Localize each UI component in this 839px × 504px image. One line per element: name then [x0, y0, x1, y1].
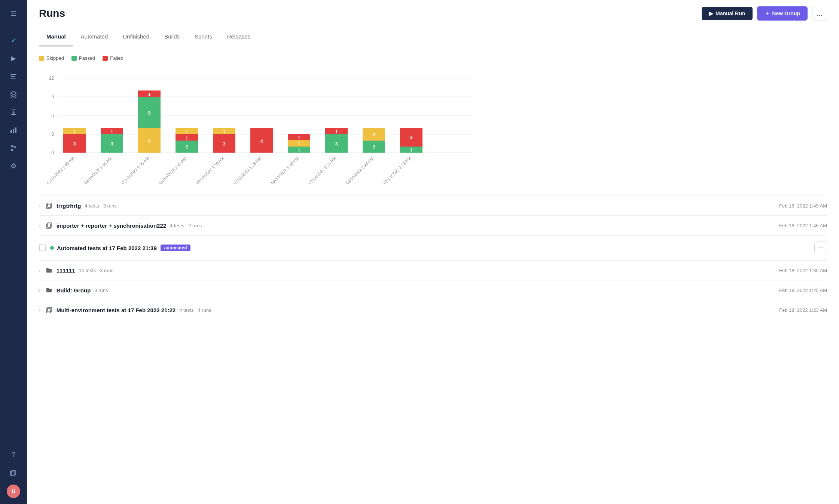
sidebar-icon-list[interactable] [6, 69, 21, 84]
bar-chart: 0 3 6 9 12 3 1 3 1 4 [39, 67, 827, 187]
tab-unfinished[interactable]: Unfinished [115, 27, 157, 46]
status-dot [50, 246, 54, 250]
list-item[interactable]: › trrgtrhrtg 4 tests 3 runs Feb 18, 2022… [39, 196, 827, 215]
legend-skipped-label: Skipped [46, 55, 64, 61]
svg-text:1: 1 [186, 129, 188, 134]
svg-text:3: 3 [110, 141, 113, 147]
more-button[interactable]: ... [812, 6, 827, 21]
tab-releases[interactable]: Releases [220, 27, 258, 46]
svg-text:1: 1 [298, 141, 300, 146]
svg-text:02/18/2022 1:35 AM: 02/18/2022 1:35 AM [120, 156, 150, 185]
chevron-icon[interactable]: › [39, 267, 41, 273]
avatar[interactable]: U [7, 485, 20, 498]
new-group-button[interactable]: ＋ New Group [757, 6, 808, 21]
add-icon: ＋ [765, 10, 770, 17]
svg-text:5: 5 [148, 110, 150, 116]
svg-text:6: 6 [51, 113, 54, 118]
svg-text:4: 4 [148, 138, 151, 144]
tab-manual[interactable]: Manual [39, 27, 73, 46]
tab-bar: Manual Automated Unfinished Builds Sprin… [27, 27, 839, 46]
svg-text:2: 2 [372, 132, 375, 137]
item-date: Feb 18, 2022 1:35 AM [779, 268, 827, 273]
svg-rect-59 [46, 224, 51, 228]
svg-text:3: 3 [73, 141, 76, 147]
list-item[interactable]: › importer + reporter + synchronisation2… [39, 215, 827, 235]
list-item[interactable]: › Multi-environment tests at 17 Feb 2022… [39, 300, 827, 320]
svg-text:1: 1 [298, 135, 300, 140]
sidebar-icon-files[interactable] [6, 466, 21, 481]
svg-rect-2 [10, 78, 16, 79]
item-name: Build: Group [57, 287, 91, 294]
item-name: trrgtrhrtg [57, 203, 81, 209]
chevron-icon[interactable]: › [39, 222, 41, 228]
svg-text:12: 12 [49, 76, 54, 81]
sidebar-icon-settings[interactable]: ⚙ [6, 159, 21, 173]
tab-builds[interactable]: Builds [157, 27, 187, 46]
svg-rect-5 [10, 130, 12, 133]
sidebar-icon-import[interactable] [6, 105, 21, 120]
play-icon: ▶ [709, 10, 713, 16]
sidebar-icon-chart[interactable] [6, 123, 21, 138]
header: Runs ▶ Manual Run ＋ New Group ... [27, 0, 839, 27]
svg-text:1: 1 [111, 129, 113, 134]
sidebar-icon-play[interactable]: ▶ [6, 51, 21, 66]
chart-area: Skipped Passed Failed 0 3 [27, 46, 839, 196]
item-meta: 4 tests 4 runs [179, 307, 211, 313]
svg-rect-4 [11, 114, 16, 115]
svg-rect-62 [48, 307, 52, 312]
item-more-button[interactable]: ··· [814, 242, 827, 254]
chevron-icon[interactable]: › [39, 307, 41, 313]
header-actions: ▶ Manual Run ＋ New Group ... [702, 6, 827, 21]
sidebar-icon-help[interactable]: ? [6, 447, 21, 462]
sidebar-icon-git[interactable] [6, 141, 21, 156]
sidebar-icon-menu[interactable]: ☰ [6, 6, 21, 21]
svg-text:2: 2 [185, 144, 188, 150]
svg-text:02/18/2022 1:20 AM: 02/18/2022 1:20 AM [195, 156, 225, 185]
list-item[interactable]: › Build: Group 3 runs Feb 18, 2022 1:25 … [39, 280, 827, 300]
svg-rect-6 [13, 129, 14, 133]
svg-rect-60 [48, 223, 52, 227]
folder-icon [45, 267, 53, 274]
svg-text:1: 1 [298, 148, 300, 152]
svg-text:02/14/2022 2:24 PM: 02/14/2022 2:24 PM [308, 156, 337, 185]
svg-text:02/14/2022 2:23 PM: 02/14/2022 2:23 PM [382, 156, 412, 185]
chevron-icon[interactable]: › [39, 287, 41, 293]
legend-passed-label: Passed [79, 55, 95, 61]
svg-rect-1 [10, 76, 15, 77]
svg-text:1: 1 [148, 92, 150, 96]
svg-text:1: 1 [186, 136, 188, 140]
svg-rect-61 [46, 308, 51, 313]
svg-text:1: 1 [410, 148, 412, 152]
page-title: Runs [39, 7, 702, 19]
sidebar-icon-layers[interactable] [6, 87, 21, 102]
list-item-automated[interactable]: Automated tests at 17 Feb 2022 21:39 aut… [39, 235, 827, 260]
item-checkbox[interactable] [39, 245, 46, 251]
main-content: Runs ▶ Manual Run ＋ New Group ... Manual… [27, 0, 839, 504]
legend-failed: Failed [103, 55, 123, 61]
svg-text:4: 4 [260, 138, 263, 144]
item-date: Feb 18, 2022 1:49 AM [779, 203, 827, 209]
item-date: Feb 18, 2022 1:25 AM [779, 288, 827, 293]
svg-text:02/18/2022 1:46 AM: 02/18/2022 1:46 AM [83, 156, 112, 185]
item-date: Feb 18, 2022 1:46 AM [779, 223, 827, 228]
svg-rect-0 [10, 74, 16, 75]
svg-rect-57 [46, 204, 51, 209]
sidebar: ☰ ✓ ▶ ⚙ ? U [0, 0, 27, 504]
tab-automated[interactable]: Automated [73, 27, 116, 46]
item-name: Multi-environment tests at 17 Feb 2022 2… [57, 307, 176, 313]
item-date: Feb 18, 2022 1:23 AM [779, 307, 827, 313]
svg-text:1: 1 [223, 129, 225, 134]
legend-passed: Passed [71, 55, 95, 61]
svg-rect-3 [11, 110, 16, 110]
list-item[interactable]: › 111111 10 tests 3 runs Feb 18, 2022 1:… [39, 260, 827, 280]
svg-text:9: 9 [51, 94, 54, 99]
run-list: › trrgtrhrtg 4 tests 3 runs Feb 18, 2022… [27, 196, 839, 320]
tab-sprints[interactable]: Sprints [187, 27, 220, 46]
item-meta: 4 tests 2 runs [170, 223, 202, 228]
sidebar-icon-check[interactable]: ✓ [6, 33, 21, 48]
item-meta: 3 runs [94, 288, 108, 293]
chevron-icon[interactable]: › [39, 203, 41, 209]
svg-rect-7 [15, 127, 16, 133]
folder-icon [45, 286, 53, 294]
manual-run-button[interactable]: ▶ Manual Run [702, 7, 753, 20]
